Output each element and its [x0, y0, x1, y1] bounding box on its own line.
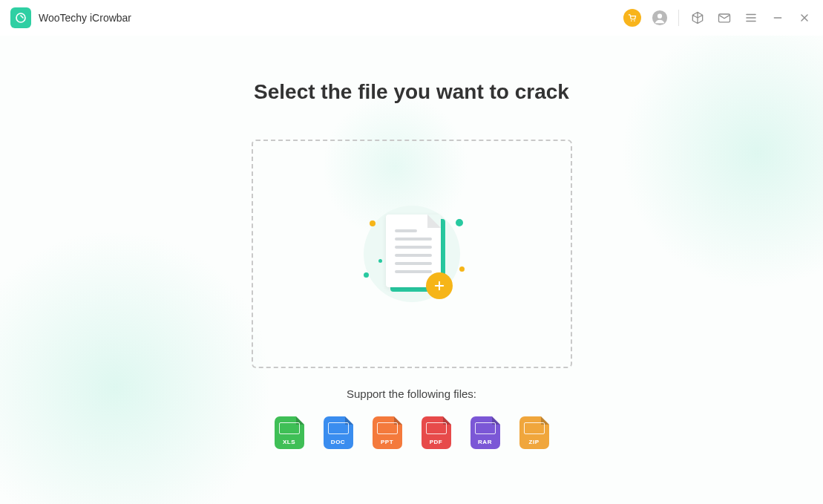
svg-point-1 [631, 20, 632, 22]
menu-button[interactable] [743, 10, 759, 26]
menu-icon [744, 11, 758, 24]
minimize-button[interactable] [770, 10, 786, 26]
supported-files-label: Support the following files: [0, 387, 823, 400]
feedback-button[interactable] [716, 10, 732, 26]
supported-file-types: XLSDOCPPTPDFRARZIP [0, 416, 823, 449]
file-type-label: PDF [430, 439, 443, 445]
file-type-pdf: PDF [422, 416, 451, 449]
file-type-rar: RAR [470, 416, 500, 449]
logo-icon [14, 11, 27, 24]
cart-icon [627, 13, 637, 23]
app-title: WooTechy iCrowbar [39, 12, 131, 24]
svg-point-2 [634, 20, 635, 22]
file-type-xls: XLS [275, 416, 304, 449]
close-button[interactable] [796, 10, 813, 26]
file-type-label: DOC [331, 439, 345, 445]
mail-icon [717, 10, 732, 25]
minimize-icon [772, 12, 784, 24]
app-logo [10, 7, 31, 28]
file-type-label: RAR [478, 439, 492, 445]
dropzone-illustration [356, 198, 468, 310]
add-file-icon [426, 272, 453, 299]
file-type-doc: DOC [324, 416, 353, 449]
file-type-ppt: PPT [373, 416, 402, 449]
cube-icon [690, 10, 705, 25]
svg-point-0 [16, 13, 25, 22]
page-headline: Select the file you want to crack [0, 36, 823, 104]
main-content: Select the file you want to crack [0, 36, 823, 504]
file-dropzone[interactable] [252, 140, 572, 368]
toolbox-button[interactable] [689, 10, 706, 26]
account-icon [652, 10, 668, 26]
titlebar-actions [623, 9, 813, 27]
cart-button[interactable] [623, 9, 641, 27]
close-icon [799, 12, 810, 24]
file-type-label: ZIP [529, 439, 540, 445]
titlebar: WooTechy iCrowbar [0, 0, 823, 36]
svg-point-4 [658, 14, 662, 19]
account-button[interactable] [652, 10, 668, 26]
file-type-label: PPT [381, 439, 393, 445]
file-type-zip: ZIP [519, 416, 549, 449]
file-type-label: XLS [283, 439, 295, 445]
titlebar-divider [678, 10, 679, 26]
